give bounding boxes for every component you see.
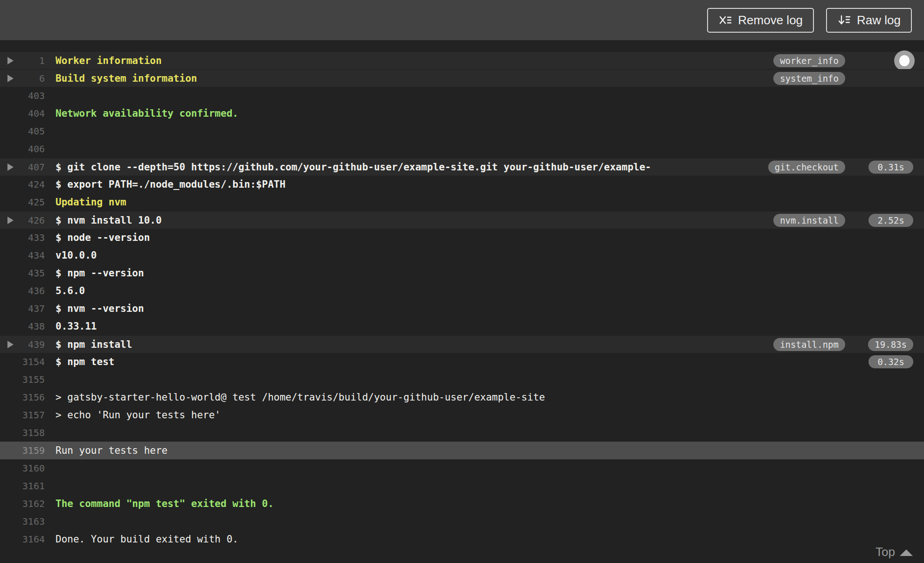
log-line: 3157> echo 'Run your tests here' [0, 406, 924, 424]
log-line: 437$ nvm --version [0, 300, 924, 317]
log-line: 405 [0, 122, 924, 140]
line-number[interactable]: 3157 [0, 409, 45, 421]
line-number[interactable]: 404 [0, 108, 45, 119]
log-line: 3160 [0, 459, 924, 477]
duration-badge: 0.31s [868, 161, 913, 174]
line-number[interactable]: 425 [0, 197, 45, 208]
line-number[interactable]: 1 [0, 55, 45, 66]
log-text: $ npm install [56, 339, 756, 350]
fold-tag-badge[interactable]: git.checkout [768, 161, 845, 174]
line-number[interactable]: 3160 [0, 463, 45, 474]
fold-tag-badge[interactable]: worker_info [773, 54, 845, 67]
duration-badge: 19.83s [868, 338, 913, 351]
log-text: $ export PATH=./node_modules/.bin:$PATH [56, 179, 756, 190]
line-number[interactable]: 3159 [0, 445, 45, 456]
line-number[interactable]: 436 [0, 285, 45, 296]
log-text: $ nvm --version [56, 303, 756, 314]
log-text: v10.0.0 [56, 250, 756, 261]
duration-badge: 2.52s [868, 214, 913, 227]
fold-tag-badge[interactable]: system_info [773, 72, 845, 85]
log-text: $ npm --version [56, 267, 756, 279]
log-line: 3156> gatsby-starter-hello-world@ test /… [0, 388, 924, 406]
line-number[interactable]: 435 [0, 267, 45, 279]
log-line: 6Build system informationsystem_info [0, 69, 924, 87]
toolbar: Remove log Raw log [0, 0, 924, 40]
log-line: 3162The command "npm test" exited with 0… [0, 495, 924, 513]
line-number[interactable]: 3162 [0, 498, 45, 509]
log-text: 5.6.0 [56, 285, 756, 296]
log-text: > echo 'Run your tests here' [56, 409, 756, 421]
fold-toggle-icon[interactable] [7, 57, 14, 64]
scroll-to-top-label: Top [875, 545, 895, 559]
line-number[interactable]: 3158 [0, 427, 45, 438]
raw-log-label: Raw log [857, 13, 901, 28]
line-number[interactable]: 424 [0, 179, 45, 190]
line-number[interactable]: 3154 [0, 356, 45, 367]
log-lines: 1Worker informationworker_info6Build sys… [0, 51, 924, 548]
fold-toggle-icon[interactable] [7, 75, 14, 82]
log-text: Done. Your build exited with 0. [56, 534, 756, 545]
log-text: > gatsby-starter-hello-world@ test /home… [56, 392, 756, 403]
log-line: 434v10.0.0 [0, 246, 924, 264]
log-line: 3154$ npm test0.32s [0, 353, 924, 371]
log-line: 433$ node --version [0, 229, 924, 246]
fold-tag-badge[interactable]: install.npm [773, 338, 845, 351]
log-line: 403 [0, 87, 924, 105]
line-number[interactable]: 434 [0, 250, 45, 261]
log-text: Run your tests here [56, 445, 756, 456]
remove-log-label: Remove log [738, 13, 803, 28]
line-number[interactable]: 3164 [0, 534, 45, 545]
log-line: 425Updating nvm [0, 193, 924, 211]
line-number[interactable]: 405 [0, 126, 45, 137]
line-number[interactable]: 3156 [0, 392, 45, 403]
log-text: $ nvm install 10.0 [56, 215, 756, 226]
log-text: $ git clone --depth=50 https://github.co… [56, 162, 756, 173]
line-number[interactable]: 406 [0, 143, 45, 155]
line-number[interactable]: 3163 [0, 516, 45, 527]
log-line: 4365.6.0 [0, 282, 924, 300]
log-text: 0.33.11 [56, 321, 756, 332]
line-number[interactable]: 426 [0, 215, 45, 226]
log-line: 3158 [0, 424, 924, 442]
log-text: Network availability confirmed. [56, 108, 756, 119]
remove-log-button[interactable]: Remove log [707, 8, 814, 33]
log-text: Build system information [56, 73, 756, 84]
line-number[interactable]: 3161 [0, 480, 45, 492]
remove-log-icon [718, 13, 732, 27]
log-line: 3161 [0, 477, 924, 495]
log-line: 3155 [0, 371, 924, 388]
line-number[interactable]: 6 [0, 73, 45, 84]
log-text: Updating nvm [56, 197, 756, 208]
log-line: 4380.33.11 [0, 317, 924, 335]
log-line: 424$ export PATH=./node_modules/.bin:$PA… [0, 176, 924, 193]
log-line: 407$ git clone --depth=50 https://github… [0, 158, 924, 176]
fold-toggle-icon[interactable] [7, 217, 14, 224]
raw-log-icon [837, 13, 851, 27]
fold-tag-badge[interactable]: nvm.install [773, 214, 845, 227]
log-text: $ npm test [56, 356, 756, 367]
fold-toggle-icon[interactable] [7, 341, 14, 348]
line-number[interactable]: 407 [0, 162, 45, 173]
log-line: 404Network availability confirmed. [0, 105, 924, 122]
fold-toggle-icon[interactable] [7, 163, 14, 171]
line-number[interactable]: 403 [0, 90, 45, 101]
scroll-to-top-link[interactable]: Top [875, 545, 913, 559]
line-number[interactable]: 437 [0, 303, 45, 314]
build-log: 1Worker informationworker_info6Build sys… [0, 40, 924, 563]
scroll-knob-icon[interactable] [894, 50, 915, 71]
log-line: 3163 [0, 513, 924, 530]
duration-badge: 0.32s [868, 355, 913, 368]
log-text: Worker information [56, 55, 756, 66]
log-text: $ node --version [56, 232, 756, 243]
line-number[interactable]: 439 [0, 339, 45, 350]
log-text: The command "npm test" exited with 0. [56, 498, 756, 509]
log-line: 406 [0, 140, 924, 158]
log-line: 435$ npm --version [0, 264, 924, 282]
line-number[interactable]: 3155 [0, 374, 45, 385]
line-number[interactable]: 438 [0, 321, 45, 332]
log-line: 1Worker informationworker_info [0, 51, 924, 69]
log-line: 439$ npm installinstall.npm19.83s [0, 335, 924, 353]
line-number[interactable]: 433 [0, 232, 45, 243]
raw-log-button[interactable]: Raw log [826, 8, 912, 33]
triangle-up-icon [900, 549, 913, 556]
